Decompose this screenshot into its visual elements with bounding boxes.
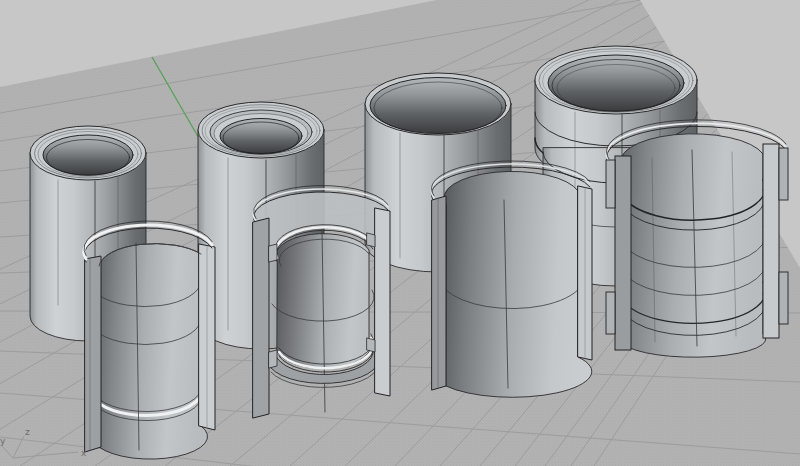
- viewport[interactable]: x z y: [0, 0, 800, 466]
- axis-y-label: y: [0, 436, 6, 446]
- axis-x-label: x: [81, 448, 87, 458]
- object-half-shell-3[interactable]: [431, 161, 592, 397]
- object-half-shell-4[interactable]: [606, 120, 788, 357]
- viewport-canvas[interactable]: x z y: [0, 0, 800, 466]
- axis-z-label: z: [25, 427, 30, 437]
